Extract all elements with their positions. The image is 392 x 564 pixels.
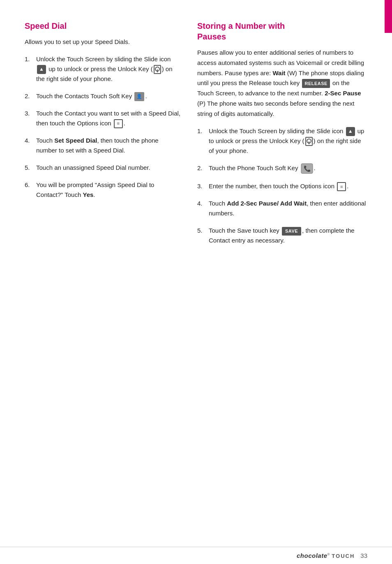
step-content: Touch Add 2-Sec Pause/ Add Wait, then en…: [209, 199, 367, 218]
step-number: 4.: [25, 136, 36, 146]
bold-text: Set Speed Dial: [54, 137, 97, 144]
options-icon: ≡: [114, 119, 123, 128]
step-content: Touch Set Speed Dial, then touch the pho…: [36, 136, 181, 155]
footer: chocolate® TOUCH 33: [0, 547, 392, 564]
list-item: 5. Touch the Save touch key SAVE, then c…: [197, 226, 367, 245]
storing-intro: Pauses allow you to enter additional ser…: [197, 48, 367, 119]
step-number: 3.: [25, 109, 36, 118]
step-content: Touch the Contacts Touch Soft Key .: [36, 91, 181, 101]
right-column: Storing a Number withPauses Pauses allow…: [197, 21, 367, 530]
list-item: 5. Touch an unassigned Speed Dial number…: [25, 163, 181, 173]
step-content: Touch the Contact you want to set with a…: [36, 109, 181, 128]
step-content: You will be prompted "Assign Speed Dial …: [36, 180, 181, 200]
bold-text: Add 2-Sec Pause/ Add Wait: [227, 200, 307, 207]
wait-bold: Wait: [272, 69, 285, 76]
step-number: 1.: [197, 126, 209, 136]
speed-dial-steps: 1. Unlock the Touch Screen by sliding th…: [25, 54, 181, 200]
pause-bold: 2-Sec Pause: [325, 90, 361, 97]
content-area: Speed Dial Allows you to set up your Spe…: [0, 0, 392, 547]
brand-choc: chocolate: [297, 552, 327, 559]
step-number: 6.: [25, 180, 36, 190]
list-item: 4. Touch Add 2-Sec Pause/ Add Wait, then…: [197, 199, 367, 218]
brand-touch: TOUCH: [332, 553, 355, 559]
list-item: 2. Touch the Contacts Touch Soft Key .: [25, 91, 181, 101]
list-item: 1. Unlock the Touch Screen by sliding th…: [25, 54, 181, 84]
brand-name: chocolate® TOUCH: [297, 552, 355, 559]
speed-dial-intro: Allows you to set up your Speed Dials.: [25, 37, 181, 47]
step-content: Enter the number, then touch the Options…: [209, 181, 367, 191]
phone-soft-key-icon: 📞: [301, 163, 313, 174]
step-number: 2.: [25, 91, 36, 101]
step-content: Touch the Save touch key SAVE, then comp…: [209, 226, 367, 245]
list-item: 3. Touch the Contact you want to set wit…: [25, 109, 181, 128]
pink-tab: [385, 0, 392, 33]
bold-text: Yes: [83, 191, 93, 198]
list-item: 1. Unlock the Touch Screen by sliding th…: [197, 126, 367, 156]
list-item: 2. Touch the Phone Touch Soft Key 📞 .: [197, 163, 367, 174]
list-item: 3. Enter the number, then touch the Opti…: [197, 181, 367, 191]
release-button-label: RELEASE: [302, 79, 330, 88]
step-content: Unlock the Touch Screen by sliding the S…: [209, 126, 367, 156]
step-number: 3.: [197, 181, 209, 191]
step-number: 2.: [197, 163, 209, 173]
left-column: Speed Dial Allows you to set up your Spe…: [25, 21, 181, 530]
unlock-key-icon: [305, 137, 313, 146]
contacts-icon: [134, 92, 144, 101]
options-icon: ≡: [337, 182, 346, 191]
page: Speed Dial Allows you to set up your Spe…: [0, 0, 392, 564]
page-number: 33: [360, 552, 367, 559]
step-number: 4.: [197, 199, 209, 208]
unlock-key-icon: [154, 65, 161, 74]
slide-icon: [37, 65, 46, 74]
list-item: 6. You will be prompted "Assign Speed Di…: [25, 180, 181, 200]
storing-title: Storing a Number withPauses: [197, 21, 367, 42]
step-number: 5.: [197, 226, 209, 236]
storing-steps: 1. Unlock the Touch Screen by sliding th…: [197, 126, 367, 245]
step-content: Unlock the Touch Screen by sliding the S…: [36, 54, 181, 84]
step-content: Touch the Phone Touch Soft Key 📞 .: [209, 163, 367, 174]
step-number: 1.: [25, 54, 36, 64]
svg-text:📞: 📞: [303, 165, 311, 172]
step-number: 5.: [25, 163, 36, 173]
slide-icon: [346, 127, 355, 136]
save-button-label: SAVE: [282, 227, 301, 236]
step-content: Touch an unassigned Speed Dial number.: [36, 163, 181, 173]
list-item: 4. Touch Set Speed Dial, then touch the …: [25, 136, 181, 155]
speed-dial-title: Speed Dial: [25, 21, 181, 31]
